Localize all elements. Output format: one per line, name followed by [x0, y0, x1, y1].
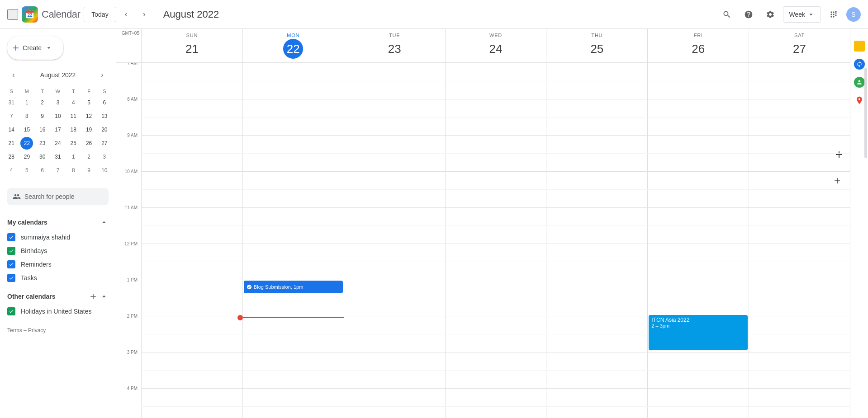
search-button[interactable] — [718, 5, 736, 23]
settings-button[interactable] — [761, 5, 779, 23]
sidebar-footer: Terms – Privacy — [0, 320, 116, 341]
maps-side-icon[interactable] — [854, 95, 865, 106]
calendar-item-summaiya[interactable]: summaiya shahid — [0, 230, 116, 244]
mini-day[interactable]: 2 — [83, 150, 95, 163]
mini-day[interactable]: 1 — [20, 96, 33, 109]
mini-day[interactable]: 9 — [83, 164, 95, 177]
mini-day[interactable]: 19 — [83, 123, 95, 136]
week-day-tue[interactable]: TUE 23 — [344, 29, 445, 62]
mini-next-button[interactable]: › — [96, 69, 109, 81]
mini-day[interactable]: 25 — [67, 137, 80, 150]
calendar-checkbox[interactable] — [7, 233, 15, 241]
view-selector[interactable]: Week — [783, 6, 821, 23]
mini-day[interactable]: 29 — [20, 150, 33, 163]
mini-day[interactable]: 7 — [52, 164, 64, 177]
add-other-cal-icon[interactable] — [89, 292, 98, 301]
menu-button[interactable] — [7, 9, 18, 20]
event-itcn-asia[interactable]: ITCN Asia 2022 2 – 3pm — [649, 315, 748, 350]
mini-day[interactable]: 2 — [36, 96, 49, 109]
calendar-checkbox[interactable] — [7, 274, 15, 282]
dow-sun: S — [4, 87, 19, 96]
time-10am: 10 AM — [125, 169, 138, 174]
mini-day[interactable]: 7 — [5, 110, 18, 122]
event-blog-submission[interactable]: Blog Submission, 1pm — [244, 281, 343, 293]
day-col-mon[interactable]: Blog Submission, 1pm — [242, 63, 344, 418]
day-col-tue[interactable] — [344, 63, 445, 418]
mini-day[interactable]: 8 — [67, 164, 80, 177]
calendar-side-icon[interactable] — [854, 41, 865, 52]
mini-day[interactable]: 9 — [36, 110, 49, 122]
mini-day[interactable]: 21 — [5, 137, 18, 150]
today-button[interactable]: Today — [84, 7, 116, 22]
mini-day[interactable]: 8 — [20, 110, 33, 122]
mini-day[interactable]: 23 — [36, 137, 49, 150]
calendar-name: summaiya shahid — [21, 234, 70, 241]
my-calendars-header[interactable]: My calendars — [0, 214, 116, 230]
other-calendars-header[interactable]: Other calendars — [0, 288, 116, 305]
mini-day[interactable]: 10 — [98, 164, 111, 177]
other-calendars-actions — [89, 292, 109, 301]
mini-day[interactable]: 15 — [20, 123, 33, 136]
mini-day[interactable]: 26 — [83, 137, 95, 150]
mini-day[interactable]: 3 — [98, 150, 111, 163]
mini-prev-button[interactable]: ‹ — [7, 69, 20, 81]
terms-link[interactable]: Terms — [7, 327, 22, 333]
calendar-item-birthdays[interactable]: Birthdays — [0, 244, 116, 258]
other-calendars-section: Other calendars Holidays in United State… — [0, 286, 116, 320]
prev-button[interactable]: ‹ — [118, 6, 134, 23]
mini-day[interactable]: 31 — [5, 96, 18, 109]
mini-day[interactable]: 6 — [98, 96, 111, 109]
scrollbar-indicator[interactable] — [864, 68, 867, 158]
sync-side-icon[interactable] — [854, 59, 865, 70]
mini-day[interactable]: 27 — [98, 137, 111, 150]
mini-day[interactable]: 5 — [20, 164, 33, 177]
create-button[interactable]: + Create — [7, 36, 63, 60]
calendar-item-tasks[interactable]: Tasks — [0, 271, 116, 285]
week-day-fri[interactable]: FRI 26 — [647, 29, 749, 62]
calendar-checkbox[interactable] — [7, 247, 15, 255]
week-day-sun[interactable]: SUN 21 — [141, 29, 242, 62]
mini-day[interactable]: 28 — [5, 150, 18, 163]
mini-day[interactable]: 4 — [67, 96, 80, 109]
mini-day-today[interactable]: 22 — [20, 137, 33, 150]
help-button[interactable] — [740, 5, 758, 23]
week-day-sat[interactable]: SAT 27 — [749, 29, 850, 62]
day-col-thu[interactable] — [546, 63, 647, 418]
mini-day[interactable]: 20 — [98, 123, 111, 136]
mini-day[interactable]: 6 — [36, 164, 49, 177]
add-event-button[interactable]: + — [828, 172, 846, 190]
mini-day[interactable]: 13 — [98, 110, 111, 122]
mini-day[interactable]: 10 — [52, 110, 64, 122]
calendar-checkbox[interactable] — [7, 260, 15, 268]
avatar[interactable]: S — [846, 7, 861, 22]
mini-day[interactable]: 5 — [83, 96, 95, 109]
mini-day[interactable]: 24 — [52, 137, 64, 150]
mini-day[interactable]: 3 — [52, 96, 64, 109]
mini-day[interactable]: 17 — [52, 123, 64, 136]
mini-day[interactable]: 16 — [36, 123, 49, 136]
mini-day[interactable]: 4 — [5, 164, 18, 177]
mini-day[interactable]: 31 — [52, 150, 64, 163]
mini-day[interactable]: 11 — [67, 110, 80, 122]
day-col-fri[interactable]: ITCN Asia 2022 2 – 3pm — [647, 63, 749, 418]
person-side-icon[interactable] — [854, 77, 865, 88]
mini-day[interactable]: 18 — [67, 123, 80, 136]
apps-button[interactable] — [825, 5, 843, 23]
day-col-sun[interactable] — [141, 63, 242, 418]
week-day-wed[interactable]: WED 24 — [445, 29, 546, 62]
calendar-item-holidays[interactable]: Holidays in United States — [0, 305, 116, 318]
mini-day[interactable]: 1 — [67, 150, 80, 163]
privacy-link[interactable]: Privacy — [28, 327, 46, 333]
calendar-checkbox[interactable] — [7, 307, 15, 315]
day-col-sat[interactable] — [749, 63, 850, 418]
next-button[interactable]: › — [136, 6, 152, 23]
calendar-item-reminders[interactable]: Reminders — [0, 258, 116, 271]
day-col-wed[interactable] — [445, 63, 546, 418]
week-day-mon[interactable]: MON 22 — [242, 29, 344, 62]
mini-day[interactable]: 14 — [5, 123, 18, 136]
add-event-area-button[interactable] — [834, 149, 844, 161]
week-day-thu[interactable]: THU 25 — [546, 29, 647, 62]
search-people-button[interactable]: Search for people — [7, 188, 109, 205]
mini-day[interactable]: 12 — [83, 110, 95, 122]
mini-day[interactable]: 30 — [36, 150, 49, 163]
